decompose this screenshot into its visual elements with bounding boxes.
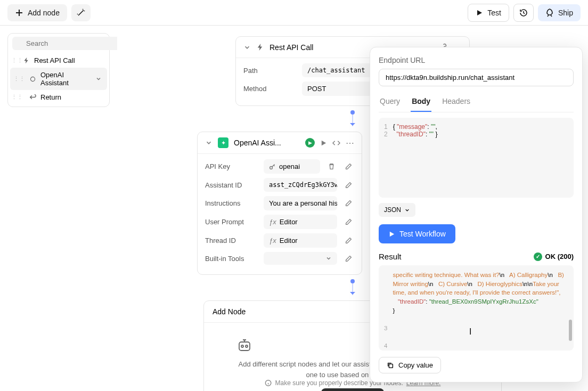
search-input[interactable]: [12, 37, 120, 50]
flow-connector: [352, 112, 353, 126]
chevron-down-icon[interactable]: [205, 139, 213, 146]
body-format-select[interactable]: JSON: [379, 203, 415, 217]
endpoint-label: Endpoint URL: [379, 56, 574, 64]
flow-connector: [352, 281, 353, 295]
wand-icon: [77, 9, 85, 17]
add-node-label: Add node: [28, 9, 60, 17]
delete-icon[interactable]: [325, 161, 337, 173]
openai-logo-icon: ✦: [218, 137, 228, 148]
test-workflow-label: Test Workflow: [399, 230, 446, 238]
api-key-text: openai: [279, 162, 300, 170]
node-title: OpenAI Assi...: [234, 139, 300, 147]
openai-assistant-node: ✦ OpenAI Assi... ▶ ⋯ API Key: [197, 132, 362, 275]
test-button[interactable]: Test: [468, 4, 509, 22]
return-icon: [29, 94, 36, 101]
instructions-label: Instructions: [205, 199, 258, 207]
add-node-cta-button[interactable]: Add node: [321, 388, 384, 391]
bolt-icon: [23, 57, 30, 64]
tree-item-label: Return: [40, 93, 61, 101]
ship-label: Ship: [558, 9, 573, 17]
svg-rect-3: [239, 342, 250, 351]
edit-icon[interactable]: [342, 216, 354, 228]
body-format-label: JSON: [384, 206, 401, 214]
svg-rect-7: [389, 364, 393, 368]
line-gutter: 12: [384, 123, 388, 192]
chevron-down-icon[interactable]: [243, 44, 251, 51]
instructions-value[interactable]: You are a personal hist...: [264, 196, 337, 210]
bolt-icon: [256, 43, 264, 51]
user-prompt-label: User Prompt: [205, 218, 258, 226]
drag-handle-icon: ⋮⋮: [11, 57, 23, 64]
function-icon: ƒx: [269, 237, 276, 245]
edit-icon[interactable]: [342, 179, 354, 191]
copy-icon: [387, 362, 394, 369]
thread-id-label: Thread ID: [205, 237, 258, 245]
builtin-tools-label: Built-in Tools: [205, 255, 258, 263]
result-label: Result: [379, 252, 402, 261]
play-icon: [388, 231, 395, 238]
edit-icon[interactable]: [342, 235, 354, 247]
tree-item-return[interactable]: ⋮⋮ Return: [8, 90, 109, 107]
tree-item-openai[interactable]: ⋮⋮ OpenAI Assistant: [10, 68, 107, 90]
tree-item-label: OpenAI Assistant: [40, 71, 91, 87]
user-prompt-value[interactable]: ƒx Editor: [264, 215, 337, 229]
node-tree: ⋮⋮ Rest API Call ⋮⋮ OpenAI Assistant ⋮⋮: [7, 33, 110, 107]
copy-value-button[interactable]: Copy value: [379, 357, 441, 373]
key-icon: [269, 163, 276, 170]
test-label: Test: [487, 9, 501, 17]
chevron-down-icon: [325, 255, 332, 262]
function-icon: ƒx: [269, 218, 276, 226]
edit-icon[interactable]: [342, 252, 354, 264]
status-text: OK (200): [545, 252, 574, 260]
method-label: Method: [243, 85, 297, 93]
play-icon: [476, 9, 483, 17]
chevron-down-icon: [95, 76, 102, 82]
request-body-editor[interactable]: 12 { "message": "", "threadID": "" }: [379, 118, 574, 198]
more-icon[interactable]: ⋯: [346, 138, 354, 148]
result-body[interactable]: 34 specific writing technique. What was …: [379, 265, 574, 351]
svg-point-1: [30, 77, 35, 81]
api-key-value[interactable]: openai: [264, 159, 320, 174]
line-gutter: 34: [384, 271, 387, 345]
tab-body[interactable]: Body: [411, 94, 431, 112]
magic-button[interactable]: [71, 4, 91, 21]
result-content: specific writing technique. What was it?…: [393, 271, 568, 345]
code-content: { "message": "", "threadID": "" }: [393, 123, 568, 192]
ship-button[interactable]: Ship: [538, 4, 581, 21]
svg-point-5: [246, 345, 248, 347]
drag-handle-icon: ⋮⋮: [11, 94, 23, 101]
openai-icon: [29, 76, 36, 83]
thread-id-text: Editor: [280, 237, 298, 245]
assistant-id-label: Assistant ID: [205, 181, 258, 189]
add-node-button[interactable]: Add node: [7, 4, 67, 21]
rocket-icon: [545, 9, 554, 17]
code-icon[interactable]: [332, 139, 340, 147]
plus-icon: [15, 9, 23, 17]
assistant-id-value[interactable]: asst_zCQdrEg3kGY3w0...: [264, 178, 337, 192]
tree-item-rest-api[interactable]: ⋮⋮ Rest API Call: [8, 53, 109, 68]
copy-value-label: Copy value: [398, 361, 433, 369]
test-panel: Endpoint URL Query Body Headers 12 { "me…: [370, 47, 583, 382]
tab-headers[interactable]: Headers: [441, 94, 471, 112]
run-status-icon: ▶: [305, 138, 315, 148]
api-key-label: API Key: [205, 162, 258, 170]
user-prompt-text: Editor: [280, 218, 298, 226]
chevron-down-icon: [404, 207, 410, 213]
history-icon: [519, 9, 528, 17]
endpoint-url-input[interactable]: [379, 69, 574, 86]
tab-query[interactable]: Query: [379, 94, 401, 112]
thread-id-value[interactable]: ƒx Editor: [264, 233, 337, 248]
drag-handle-icon: ⋮⋮: [13, 76, 25, 83]
info-icon: [265, 379, 272, 387]
builtin-tools-select[interactable]: [264, 252, 337, 265]
edit-icon[interactable]: [342, 161, 354, 173]
test-workflow-button[interactable]: Test Workflow: [379, 224, 455, 243]
path-label: Path: [243, 67, 297, 75]
success-icon: ✓: [534, 252, 542, 261]
edit-icon[interactable]: [342, 198, 354, 209]
svg-point-4: [241, 345, 243, 347]
tree-item-label: Rest API Call: [34, 56, 75, 64]
play-icon[interactable]: [320, 140, 327, 146]
history-button[interactable]: [513, 4, 534, 22]
scrollbar[interactable]: [569, 271, 572, 345]
